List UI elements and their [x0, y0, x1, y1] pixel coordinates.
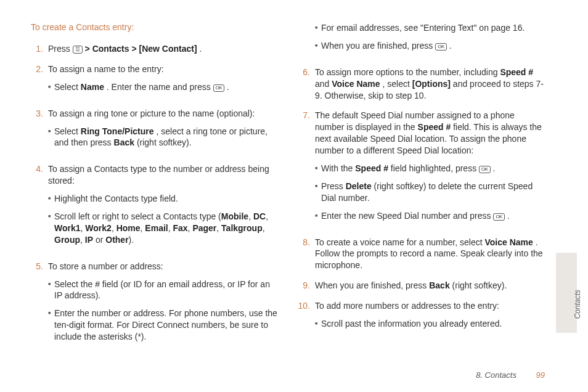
type: DC [253, 211, 266, 221]
sep: > [131, 44, 139, 54]
bullet-icon: ■ [315, 40, 321, 52]
type: Home [116, 223, 141, 233]
text: Press [321, 181, 346, 191]
ok-icon: OK [435, 43, 447, 51]
text: . [449, 41, 452, 51]
substep: ■ For email addresses, see "Entering Tex… [315, 22, 545, 34]
speed-label: Speed # [418, 122, 451, 132]
substep: ■ Enter the number or address. For phone… [48, 308, 278, 343]
bullet-icon: ■ [315, 210, 321, 222]
text: . [507, 211, 510, 221]
substep: ■ Select Ring Tone/Picture , select a ri… [48, 126, 278, 149]
step-number: 4. [31, 163, 48, 251]
step-3: 3. To assign a ring tone or picture to t… [31, 108, 278, 155]
step-body: To add more numbers or addresses to the … [315, 300, 545, 336]
type: Talkgroup [221, 223, 263, 233]
step-body: To assign more options to the number, in… [315, 67, 545, 102]
step-6: 6. To assign more options to the number,… [298, 67, 545, 102]
page-footer: 8. Contacts 99 [476, 370, 545, 380]
sep: > [85, 44, 92, 54]
delete-label: Delete [346, 181, 372, 191]
t: or [93, 235, 105, 245]
step-body: To create a voice name for a number, sel… [315, 237, 545, 272]
text: To assign a Contacts type to the number … [48, 164, 269, 186]
chapter-label: 8. Contacts [476, 370, 517, 380]
bullet-icon: ■ [315, 22, 321, 34]
text: Enter the number or address. For phone n… [54, 308, 278, 343]
type: Work1 [54, 223, 81, 233]
text: For email addresses, see "Entering Text"… [321, 22, 545, 34]
step-4: 4. To assign a Contacts type to the numb… [31, 163, 278, 251]
menu-icon: ☰ [73, 46, 83, 54]
ok-icon: OK [213, 84, 225, 92]
substep: ■ Enter the new Speed Dial number and pr… [315, 210, 545, 222]
step-number: 2. [31, 63, 48, 99]
text: field highlighted, press [391, 163, 479, 173]
substep: ■ Highlight the Contacts type field. [48, 193, 278, 205]
substep: ■ Select the # field (or ID for an email… [48, 279, 278, 302]
step-number: 9. [298, 280, 315, 292]
bullet-icon: ■ [48, 193, 54, 205]
name-label: Name [81, 82, 104, 92]
substep: ■ Scroll left or right to select a Conta… [48, 211, 278, 246]
bullet-icon: ■ [48, 81, 54, 93]
step-number: 5. [31, 261, 48, 349]
step-number: 8. [298, 237, 315, 272]
new-contact-label: [New Contact] [139, 44, 197, 54]
text: Select [54, 126, 81, 136]
text: To add more numbers or addresses to the … [315, 301, 499, 311]
type: Mobile [221, 211, 248, 221]
substep: ■ Press Delete (right softkey) to delete… [315, 181, 545, 204]
type: IP [85, 235, 93, 245]
step-number: 10. [298, 300, 315, 336]
step-2: 2. To assign a name to the entry: ■ Sele… [31, 63, 278, 99]
step-5-continued: ■ For email addresses, see "Entering Tex… [298, 22, 545, 58]
step-body: To assign a Contacts type to the number … [48, 163, 278, 251]
text: To assign a ring tone or picture to the … [48, 108, 255, 118]
text: Highlight the Contacts type field. [54, 193, 278, 205]
page-body: To create a Contacts entry: 1. Press ☰ >… [0, 0, 588, 357]
substep: ■ With the Speed # field highlighted, pr… [315, 163, 545, 174]
text: . Enter the name and press [107, 82, 213, 92]
text: To create a voice name for a number, sel… [315, 237, 484, 247]
step-number: 3. [31, 108, 48, 155]
text: To store a number or address: [48, 261, 163, 271]
right-column: ■ For email addresses, see "Entering Tex… [298, 22, 545, 357]
text: Scroll left or right to select a Contact… [54, 211, 221, 221]
t: , [266, 211, 268, 221]
text: Select the # field (or ID for an email a… [54, 279, 278, 302]
text: . [227, 82, 229, 92]
side-section-label: Contacts [573, 290, 582, 319]
bullet-icon: ■ [48, 308, 54, 343]
text: With the [321, 163, 355, 173]
step-number: 7. [298, 110, 315, 227]
section-heading: To create a Contacts entry: [31, 22, 278, 32]
t: , [80, 235, 85, 245]
text: Select [54, 82, 81, 92]
step-body: To assign a ring tone or picture to the … [48, 108, 278, 155]
step-body: To store a number or address: ■ Select t… [48, 261, 278, 349]
bullet-icon: ■ [48, 279, 54, 302]
contacts-label: Contacts [92, 44, 129, 54]
step-body: ■ For email addresses, see "Entering Tex… [315, 22, 545, 58]
step-number: 6. [298, 67, 315, 102]
speed-label: Speed # [355, 163, 388, 173]
steps-list-right: ■ For email addresses, see "Entering Tex… [298, 22, 545, 336]
step-number: 1. [31, 43, 48, 55]
text: . [493, 163, 496, 173]
t: , [263, 223, 265, 233]
bullet-icon: ■ [48, 126, 54, 149]
step-7: 7. The default Speed Dial number assigne… [298, 110, 545, 227]
text: To assign a name to the entry: [48, 64, 164, 74]
voice-name-label: Voice Name [332, 79, 380, 89]
type: Email [145, 223, 168, 233]
text: Press [48, 44, 73, 54]
step-9: 9. When you are finished, press Back (ri… [298, 280, 545, 292]
step-8: 8. To create a voice name for a number, … [298, 237, 545, 272]
back-label: Back [114, 137, 134, 147]
substep: ■ Select Name . Enter the name and press… [48, 81, 278, 93]
text: . [200, 44, 202, 54]
bullet-icon: ■ [315, 163, 321, 174]
type: Work2 [85, 223, 112, 233]
text: To assign more options to the number, in… [315, 67, 500, 77]
